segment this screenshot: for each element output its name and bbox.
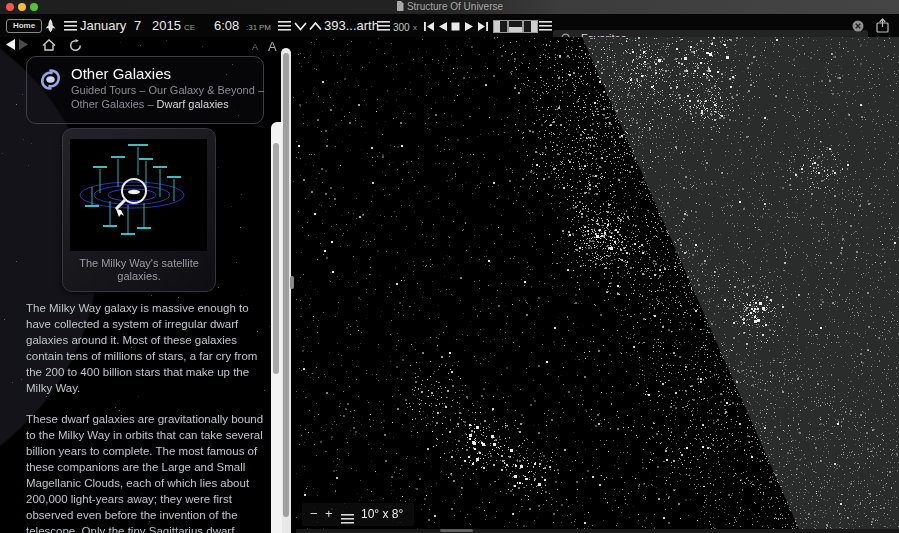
clear-search-icon[interactable]: [852, 20, 864, 32]
title-bar: Structure Of Universe: [0, 0, 899, 14]
starfield-canvas[interactable]: [296, 37, 899, 529]
time-seconds[interactable]: :31: [246, 23, 257, 32]
home-button[interactable]: Home: [6, 19, 42, 33]
view-menu-icon[interactable]: [539, 21, 552, 31]
date-day[interactable]: 7: [134, 18, 141, 33]
nav-home-icon[interactable]: [42, 39, 56, 51]
fov-control-bar: − + 10° x 8°: [302, 503, 414, 526]
topic-header-card[interactable]: Other Galaxies Guided Tours – Our Galaxy…: [26, 56, 264, 124]
horizontal-scrollbar-track: [296, 529, 899, 533]
font-size-small-button[interactable]: A: [252, 42, 258, 52]
horizontal-scrollbar-thumb[interactable]: [440, 529, 473, 532]
document-icon: [396, 1, 404, 11]
date-year[interactable]: 2015: [152, 18, 181, 33]
fov-readout: 10° x 8°: [361, 507, 403, 521]
date-month[interactable]: January: [80, 18, 126, 33]
chevron-down-icon[interactable]: [294, 22, 307, 31]
time-hours-minutes[interactable]: 6:08: [214, 18, 239, 33]
paragraph-1: The Milky Way galaxy is massive enough t…: [26, 300, 272, 396]
topic-breadcrumb-line2: Other Galaxies – Dwarf galaxies: [71, 98, 229, 110]
info-sidebar: A A Other Galaxies Guided Tours – Our Ga…: [0, 37, 296, 533]
share-icon[interactable]: [876, 18, 889, 33]
text-scrollbar-thumb[interactable]: [273, 143, 279, 374]
layout-left-panel-button[interactable]: [493, 20, 508, 33]
time-meridiem[interactable]: PM: [259, 23, 271, 32]
galaxy-icon: [37, 66, 64, 93]
topic-title: Other Galaxies: [71, 65, 171, 82]
nav-back-icon[interactable]: [6, 39, 15, 50]
date-era[interactable]: CE: [184, 23, 195, 32]
thumbnail-caption: The Milky Way's satellite galaxies.: [67, 257, 211, 283]
pane-divider-handle[interactable]: [290, 276, 294, 289]
main-toolbar: Home January 7 2015 CE 6:08 :31 PM 393..…: [0, 14, 899, 37]
refresh-icon[interactable]: [69, 39, 82, 52]
topic-breadcrumb-line1: Guided Tours – Our Galaxy & Beyond –: [71, 84, 264, 96]
chevron-up-icon[interactable]: [309, 22, 322, 31]
nav-forward-icon[interactable]: [19, 39, 28, 50]
stop-icon[interactable]: [451, 22, 460, 31]
fov-menu-icon[interactable]: [341, 510, 354, 528]
rate-times: x: [413, 23, 417, 32]
time-menu-icon[interactable]: [278, 21, 291, 31]
play-icon[interactable]: [465, 22, 474, 31]
zoom-out-button[interactable]: −: [310, 506, 318, 521]
zoom-in-button[interactable]: +: [325, 506, 333, 521]
article-text: The Milky Way galaxy is massive enough t…: [26, 300, 272, 533]
app-window: Structure Of Universe Home January 7 201…: [0, 0, 899, 533]
rocket-icon[interactable]: [44, 19, 57, 33]
rate-menu-icon[interactable]: [377, 21, 390, 31]
step-back-icon[interactable]: [438, 22, 447, 31]
thumbnail-card[interactable]: The Milky Way's satellite galaxies.: [62, 128, 216, 292]
distance-readout[interactable]: 393...arth: [324, 18, 379, 33]
window-title: Structure Of Universe: [0, 1, 899, 12]
skip-forward-icon[interactable]: [478, 22, 488, 31]
date-menu-icon[interactable]: [64, 21, 77, 31]
skip-back-icon[interactable]: [424, 22, 434, 31]
font-size-large-button[interactable]: A: [268, 39, 277, 54]
rate-value[interactable]: 300: [393, 22, 410, 33]
satellite-galaxies-diagram[interactable]: [70, 139, 207, 251]
layout-right-panel-button[interactable]: [523, 20, 538, 33]
layout-bottom-panel-button[interactable]: [508, 20, 523, 33]
paragraph-2: These dwarf galaxies are gravitationally…: [26, 411, 272, 533]
sidebar-scrollbar-thumb[interactable]: [283, 53, 289, 517]
universe-viewer: − + 10° x 8°: [296, 37, 899, 529]
